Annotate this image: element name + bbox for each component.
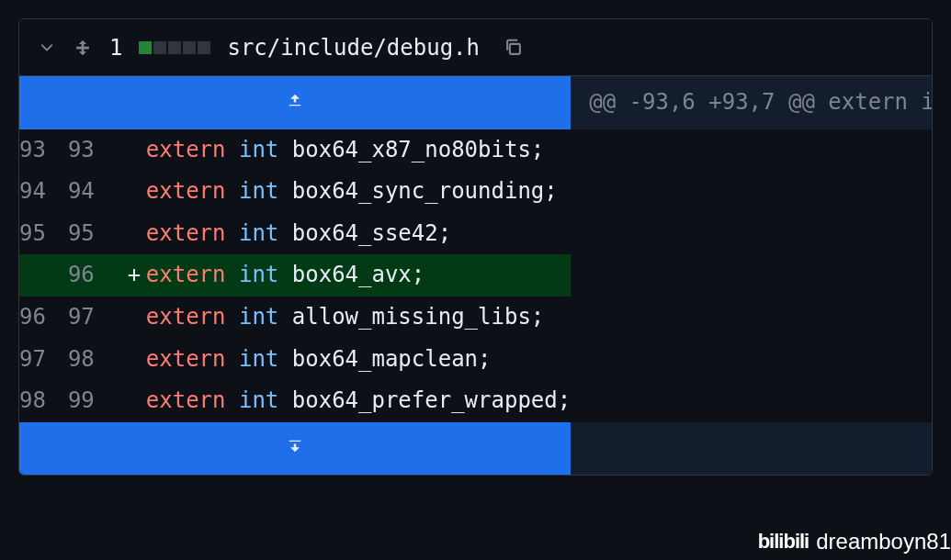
diff-line-context: 9494 extern int box64_sync_rounding; [19, 171, 571, 213]
expand-down-icon [19, 437, 571, 455]
new-line-number[interactable]: 96 [68, 254, 117, 297]
code-token [226, 220, 239, 246]
watermark-user: dreamboyn81 [816, 529, 951, 554]
expand-context-row [19, 422, 933, 476]
code-line-content: extern int box64_sync_rounding; [117, 171, 571, 213]
diff-marker [128, 171, 146, 213]
code-line-content: extern int box64_x87_no80bits; [117, 129, 571, 172]
expand-down-button[interactable] [19, 422, 571, 476]
code-token: allow_missing_libs; [278, 304, 544, 330]
code-token [226, 262, 239, 287]
old-line-number[interactable]: 96 [19, 297, 68, 339]
code-line-content: extern int box64_mapclean; [117, 339, 571, 381]
code-token [226, 304, 239, 330]
diff-marker: + [128, 254, 146, 297]
diff-line-context: 9595 extern int box64_sse42; [19, 213, 571, 255]
expand-up-icon [19, 91, 571, 109]
file-path[interactable]: src/include/debug.h [227, 35, 480, 61]
diff-line-context: 9393 extern int box64_x87_no80bits; [19, 129, 571, 172]
keyword-extern: extern [146, 304, 226, 330]
new-line-number[interactable]: 94 [68, 171, 117, 213]
new-line-number[interactable]: 99 [68, 380, 117, 422]
old-line-number[interactable]: 93 [19, 129, 68, 172]
diff-marker [128, 213, 146, 255]
code-token: box64_x87_no80bits; [278, 137, 544, 162]
hunk-header-text: @@ -93,6 +93,7 @@ extern int box64_sse_f… [571, 76, 933, 129]
keyword-extern: extern [146, 387, 226, 413]
diff-stat-blocks [139, 41, 210, 54]
old-line-number[interactable]: 94 [19, 171, 68, 213]
code-token: box64_avx; [278, 262, 425, 287]
diff-line-context: 9798 extern int box64_mapclean; [19, 339, 571, 381]
old-line-number[interactable] [19, 254, 68, 297]
new-line-number[interactable]: 98 [68, 339, 117, 381]
keyword-int: int [239, 387, 278, 413]
diff-line-context: 9697 extern int allow_missing_libs; [19, 297, 571, 339]
file-header: 1 src/include/debug.h [19, 19, 932, 76]
diff-marker [128, 380, 146, 422]
diff-change-count: 1 [109, 35, 122, 61]
diff-line-context: 9899 extern int box64_prefer_wrapped; [19, 380, 571, 422]
diff-marker [128, 297, 146, 339]
diff-marker [128, 129, 146, 172]
keyword-int: int [239, 346, 278, 372]
code-line-content: extern int box64_prefer_wrapped; [117, 380, 571, 422]
keyword-extern: extern [146, 346, 226, 372]
old-line-number[interactable]: 97 [19, 339, 68, 381]
code-token: box64_sse42; [278, 220, 451, 246]
diff-table: @@ -93,6 +93,7 @@ extern int box64_sse_f… [19, 76, 933, 475]
keyword-int: int [239, 220, 278, 246]
code-token: box64_prefer_wrapped; [278, 387, 571, 413]
code-line-content: +extern int box64_avx; [117, 254, 571, 297]
code-token [226, 346, 239, 372]
bilibili-logo-icon: bilibili [758, 530, 809, 554]
keyword-extern: extern [146, 220, 226, 246]
new-line-number[interactable]: 97 [68, 297, 117, 339]
code-token: box64_mapclean; [278, 346, 491, 372]
keyword-extern: extern [146, 178, 226, 204]
new-line-number[interactable]: 95 [68, 213, 117, 255]
keyword-int: int [239, 304, 278, 330]
diff-stat-neutral-block [168, 41, 181, 54]
diff-line-added: 96+extern int box64_avx; [19, 254, 571, 297]
code-token [226, 137, 239, 162]
diff-marker [128, 339, 146, 381]
collapse-chevron-icon[interactable] [38, 39, 56, 57]
watermark: bilibili dreamboyn81 [758, 529, 951, 554]
hunk-footer-text [571, 422, 933, 476]
expand-up-button[interactable] [19, 76, 571, 129]
new-line-number[interactable]: 93 [68, 129, 117, 172]
keyword-int: int [239, 137, 278, 162]
expand-file-icon[interactable] [73, 38, 93, 58]
keyword-extern: extern [146, 262, 226, 287]
svg-rect-0 [510, 43, 520, 53]
keyword-extern: extern [146, 137, 226, 162]
expand-context-row: @@ -93,6 +93,7 @@ extern int box64_sse_f… [19, 76, 933, 129]
keyword-int: int [239, 178, 278, 204]
diff-stat-neutral-block [153, 41, 166, 54]
diff-stat-added-block [139, 41, 152, 54]
old-line-number[interactable]: 98 [19, 380, 68, 422]
code-token [226, 178, 239, 204]
diff-stat-neutral-block [198, 41, 210, 54]
code-token [226, 387, 239, 413]
code-line-content: extern int allow_missing_libs; [117, 297, 571, 339]
diff-stat-neutral-block [183, 41, 196, 54]
keyword-int: int [239, 262, 278, 287]
code-token: box64_sync_rounding; [278, 178, 557, 204]
copy-path-icon[interactable] [504, 38, 524, 58]
diff-file-container: 1 src/include/debug.h @@ -93,6 +93,7 @@ … [18, 18, 933, 476]
code-line-content: extern int box64_sse42; [117, 213, 571, 255]
old-line-number[interactable]: 95 [19, 213, 68, 255]
